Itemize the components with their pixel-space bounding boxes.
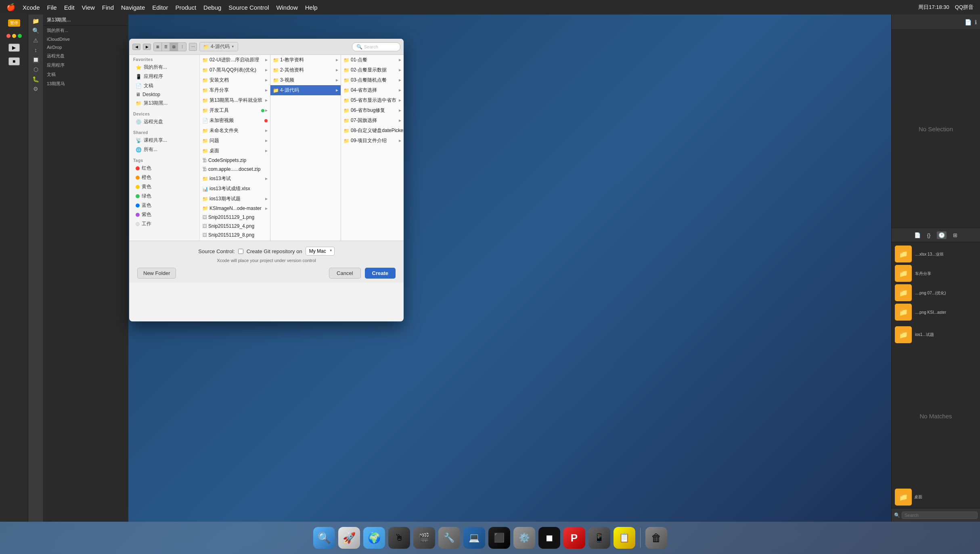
col1-item-18[interactable]: 🖼Snip20151129_8.png	[200, 231, 270, 239]
col1-item-6[interactable]: 📄未加密视频	[200, 115, 270, 126]
col3-item-2[interactable]: 📁03-点餐随机点餐 ▶	[341, 75, 404, 85]
col1-item-5[interactable]: 📁开发工具 ▶	[200, 105, 270, 115]
nav-icon-7[interactable]: 🐛	[32, 76, 39, 82]
col1-item-7[interactable]: 📁未命名文件夹 ▶	[200, 126, 270, 136]
col1-item-15[interactable]: 📁KSImageN...ode-master ▶	[200, 204, 270, 213]
sidebar-item-remote[interactable]: 💿远程光盘	[129, 117, 199, 126]
menu-navigate[interactable]: Navigate	[121, 4, 145, 11]
sidebar-item-13q[interactable]: 📁第13期黑...	[129, 99, 199, 108]
run-button[interactable]: ▶	[8, 44, 20, 52]
nav-icon-6[interactable]: ⬡	[34, 66, 38, 73]
tl-close[interactable]	[6, 34, 10, 38]
tag-purple[interactable]: 紫色	[129, 210, 199, 219]
tag-work[interactable]: 工作	[129, 219, 199, 229]
apple-menu[interactable]: 🍎	[6, 3, 15, 12]
desktop-file-2[interactable]: 📁 车丹分享	[895, 265, 977, 282]
nav-icon-3[interactable]: ⚠	[33, 37, 38, 44]
tag-green[interactable]: 绿色	[129, 191, 199, 201]
desktop-file-5[interactable]: 📁 ios1...试题	[892, 324, 980, 346]
dock-trash[interactable]: 🗑	[645, 527, 667, 549]
menu-file[interactable]: File	[47, 4, 57, 11]
nav-icon-5[interactable]: 🔲	[32, 57, 39, 63]
col1-item-10[interactable]: 🗜CodeSnippets.zip	[200, 156, 270, 165]
stop-button[interactable]: ■	[8, 57, 20, 65]
nav-icon-8[interactable]: ⚙	[33, 86, 38, 92]
ins-tab-clock[interactable]: 🕐	[937, 231, 946, 239]
menu-window[interactable]: Window	[276, 4, 297, 11]
nav-icon-2[interactable]: 🔍	[32, 27, 39, 34]
view-list-btn[interactable]: ☰	[162, 43, 170, 51]
col3-item-1[interactable]: 📁02-点餐显示数据 ▶	[341, 65, 404, 75]
col3-item-4[interactable]: 📁05-省市显示选中省市 ▶	[341, 95, 404, 105]
path-dropdown[interactable]: 📁 4-源代码 ▼	[199, 42, 238, 51]
new-folder-button[interactable]: New Folder	[137, 268, 176, 279]
dock-finder[interactable]: 🔍	[313, 527, 335, 549]
action-btn[interactable]: ⋯	[189, 43, 197, 51]
col1-item-2[interactable]: 📁安装文档 ▶	[200, 75, 270, 85]
dock-mouse[interactable]: 🖱	[388, 527, 410, 549]
col3-item-6[interactable]: 📁07-国旗选择 ▶	[341, 115, 404, 126]
col2-item-3-selected[interactable]: 📁4-源代码 ▶	[270, 85, 341, 95]
col1-item-1[interactable]: 📁07-黑马QQ列表(优化) ▶	[200, 65, 270, 75]
menu-edit[interactable]: Edit	[64, 4, 75, 11]
dock-p-app[interactable]: P	[563, 527, 585, 549]
forward-btn[interactable]: ▶	[143, 44, 151, 50]
mac-select[interactable]: My Mac	[306, 247, 335, 256]
view-col-btn[interactable]: ⊟	[170, 43, 178, 51]
sidebar-item-myfiles[interactable]: ⭐我的所有...	[129, 63, 199, 72]
view-icon-btn[interactable]: ⊞	[154, 43, 162, 51]
col1-item-19[interactable]: 💾Xcode_7.1.dmg	[200, 239, 270, 241]
col1-item-16[interactable]: 🖼Snip20151129_1.png	[200, 213, 270, 222]
col1-item-0[interactable]: 📁02-UI进阶...序启动原理 ▶	[200, 55, 270, 65]
ins-tab-grid[interactable]: ⊞	[953, 232, 957, 238]
menu-view[interactable]: View	[82, 4, 95, 11]
desktop-file-1[interactable]: 📁 ....xlsx 13...业班	[895, 246, 977, 262]
col1-item-12[interactable]: 📁ios13考试 ▶	[200, 174, 270, 184]
dock-xcode[interactable]: 💻	[463, 527, 485, 549]
col1-item-4[interactable]: 📁第13期黑马...学科就业班 ▶	[200, 95, 270, 105]
inspector-info-icon[interactable]: ℹ	[975, 19, 977, 25]
col3-item-5[interactable]: 📁06-省市bug修复 ▶	[341, 105, 404, 115]
menu-product[interactable]: Product	[175, 4, 196, 11]
inspector-doc-icon[interactable]: 📄	[965, 19, 972, 25]
dock-launchpad[interactable]: 🚀	[338, 527, 360, 549]
col3-item-3[interactable]: 📁04-省市选择 ▶	[341, 85, 404, 95]
dock-tools[interactable]: 🔧	[438, 527, 460, 549]
left-nav-item-2[interactable]: iCloudDrive	[44, 35, 128, 43]
col3-item-0[interactable]: 📁01-点餐 ▶	[341, 55, 404, 65]
back-btn[interactable]: ◀	[132, 44, 140, 50]
dock-video[interactable]: 🎬	[413, 527, 435, 549]
col1-item-13[interactable]: 📊ios13考试成绩.xlsx	[200, 184, 270, 194]
view-flow-btn[interactable]: ⋮	[178, 43, 186, 51]
col3-item-7[interactable]: 📁08-自定义键盘datePicker ▶	[341, 126, 404, 136]
left-nav-item-7[interactable]: 13期黑马	[44, 79, 128, 88]
search-box[interactable]: 🔍 Search	[352, 42, 400, 51]
desktop-file-3[interactable]: 📁 ....png 07...(优化)	[895, 284, 977, 301]
dock-sim[interactable]: 📱	[588, 527, 610, 549]
create-button[interactable]: Create	[365, 268, 396, 279]
col1-item-11[interactable]: 🗜com.apple......docset.zip	[200, 165, 270, 174]
col1-item-9[interactable]: 📁桌面 ▶	[200, 146, 270, 156]
left-nav-item-4[interactable]: 远程光盘	[44, 51, 128, 61]
search-bottom-input[interactable]	[902, 512, 978, 519]
col2-item-2[interactable]: 📁3-视频 ▶	[270, 75, 341, 85]
menu-editor[interactable]: Editor	[152, 4, 168, 11]
ins-tab-curly[interactable]: {}	[927, 232, 931, 238]
sidebar-item-docs[interactable]: 📄文稿	[129, 81, 199, 90]
menu-source-control[interactable]: Source Control	[228, 4, 269, 11]
desktop-file-4[interactable]: 📁 ....png KSI...aster	[895, 304, 977, 321]
nav-icon-1[interactable]: 📁	[32, 18, 39, 24]
sidebar-item-course[interactable]: 📡课程共享...	[129, 136, 199, 145]
dock-prefs[interactable]: ⚙️	[513, 527, 535, 549]
pause-button[interactable]: 暂停	[8, 19, 20, 27]
col3-item-8[interactable]: 📁09-项目文件介绍 ▶	[341, 136, 404, 146]
desktop-file-6[interactable]: 📁 桌面	[892, 486, 980, 508]
col1-item-17[interactable]: 🖼Snip20151129_4.png	[200, 222, 270, 231]
tag-blue[interactable]: 蓝色	[129, 201, 199, 210]
left-nav-item-6[interactable]: 文稿	[44, 70, 128, 79]
ins-tab-file[interactable]: 📄	[914, 232, 921, 238]
dock-terminal[interactable]: ⬛	[488, 527, 510, 549]
col1-item-3[interactable]: 📁车丹分享 ▶	[200, 85, 270, 95]
col2-item-0[interactable]: 📁1-教学资料 ▶	[270, 55, 341, 65]
git-checkbox[interactable]	[238, 249, 243, 254]
